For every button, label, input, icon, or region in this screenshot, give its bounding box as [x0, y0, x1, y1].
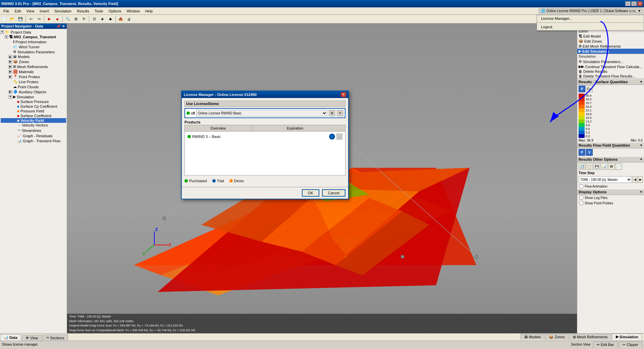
license-code: c8	[191, 111, 195, 115]
legend-demo-label: Demo	[234, 179, 244, 183]
use-license-label: Use License/Demo	[184, 101, 345, 107]
product-name: RWIND 3 – Basic	[192, 135, 328, 139]
product-status-dot	[187, 135, 191, 138]
product-info-btn[interactable]: i	[329, 134, 335, 140]
license-selection-row: c8 Online License RWIND Basic ⊞ ✕	[184, 108, 345, 118]
dialog-buttons: OK Cancel	[302, 189, 345, 197]
dialog-legend: Purchased Trial Demo	[184, 178, 345, 184]
col-overview: Overview	[185, 125, 252, 131]
product-cart-btn[interactable]: 🛒	[336, 134, 342, 140]
dialog-body: Use License/Demo c8 Online License RWIND…	[182, 98, 348, 187]
products-area: Overview Expiration RWIND 3 – Basic i 🛒	[184, 125, 345, 176]
license-dropdown[interactable]: Online License RWIND Basic	[196, 110, 327, 116]
license-manager-dialog: License Manager - Online License 012490 …	[181, 91, 349, 199]
cancel-button[interactable]: Cancel	[322, 189, 345, 197]
products-content: RWIND 3 – Basic i 🛒	[185, 132, 345, 175]
dialog-titlebar: License Manager - Online License 012490 …	[182, 91, 348, 98]
legend-demo-dot	[229, 179, 233, 183]
products-header: Overview Expiration	[185, 125, 345, 132]
legend-demo: Demo	[229, 179, 244, 183]
ok-button[interactable]: OK	[302, 189, 319, 197]
dialog-title: License Manager - Online License 012490	[184, 93, 257, 97]
dialog-footer: OK Cancel	[182, 187, 348, 199]
license-status-dot	[186, 111, 190, 115]
products-section: Products Overview Expiration RWIND 3 – B…	[184, 120, 345, 176]
col-spacer	[252, 125, 262, 131]
dialog-close-btn[interactable]: ✕	[341, 92, 346, 97]
legend-trial-dot	[212, 179, 216, 183]
product-rwind-basic: RWIND 3 – Basic i 🛒	[186, 133, 344, 140]
legend-purchased-dot	[184, 179, 188, 183]
license-icon-btn-1[interactable]: ⊞	[329, 110, 335, 116]
license-icon-btn-2[interactable]: ✕	[337, 110, 343, 116]
legend-purchased-label: Purchased	[189, 179, 207, 183]
products-empty-area	[186, 140, 344, 174]
legend-trial-label: Trial	[217, 179, 224, 183]
legend-trial: Trial	[212, 179, 224, 183]
col-expiration: Expiration	[262, 125, 329, 131]
legend-purchased: Purchased	[184, 179, 207, 183]
products-label: Products	[184, 120, 345, 124]
col-actions	[328, 125, 345, 131]
modal-overlay: License Manager - Online License 012490 …	[0, 0, 644, 349]
